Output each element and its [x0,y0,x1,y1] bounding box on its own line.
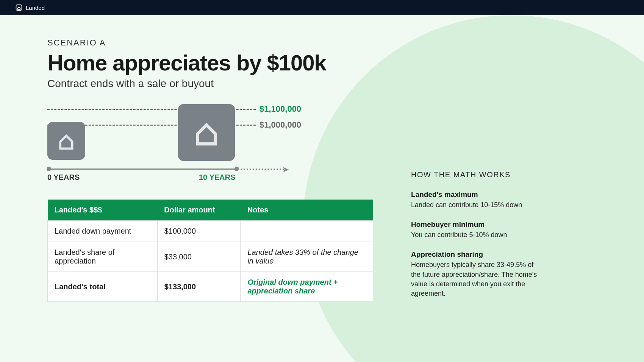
arrow-icon: ➤ [282,165,289,175]
table-header: Landed's $$$ [48,200,158,221]
sidebar-heading: Homebuyer minimum [411,220,540,229]
house-icon [56,131,77,151]
end-value-label: $1,100,000 [259,104,301,114]
appreciation-diagram: $1,100,000 $1,000,000 ➤ 0 YEARS [47,105,381,188]
row-note: Landed takes 33% of the change in value [241,242,373,272]
start-value-label: $1,000,000 [259,120,301,130]
table-header: Dollar amount [157,200,241,221]
table-header-row: Landed's $$$ Dollar amount Notes [48,200,373,221]
total-note: Original down payment + appreciation sha… [241,272,373,302]
timeline-dot-end [234,167,239,171]
row-note [241,221,373,242]
house-logo-icon [15,4,23,11]
sidebar-block: Homebuyer minimum You can contribute 5-1… [411,220,540,240]
timeline: ➤ [47,165,290,176]
row-label: Landed's share of appreciation [48,242,158,272]
house-small-icon [47,122,85,160]
breakdown-table: Landed's $$$ Dollar amount Notes Landed … [47,200,373,302]
house-icon [191,117,222,148]
row-label: Landed down payment [48,221,158,242]
table-row: Landed's share of appreciation $33,000 L… [48,242,373,272]
sidebar-body: You can contribute 5-10% down [411,230,540,240]
timeline-track [47,169,237,170]
row-amount: $33,000 [157,242,241,272]
table-header: Notes [241,200,373,221]
sidebar-heading: Appreciation sharing [411,250,540,259]
table-row: Landed down payment $100,000 [48,221,373,242]
table-total-row: Landed's total $133,000 Original down pa… [48,272,373,302]
timeline-start-label: 0 YEARS [47,173,80,182]
sidebar-body: Landed can contribute 10-15% down [411,200,540,210]
timeline-dot-start [47,167,51,171]
timeline-dotted [241,169,284,170]
scenario-eyebrow: SCENARIO A [47,38,381,48]
page-title: Home appreciates by $100k [47,50,381,75]
sidebar-block: Landed's maximum Landed can contribute 1… [411,190,540,210]
sidebar-block: Appreciation sharing Homebuyers typicall… [411,250,540,298]
sidebar-body: Homebuyers typically share 33-49.5% of t… [411,260,540,298]
main-column: SCENARIO A Home appreciates by $100k Con… [47,38,381,309]
total-label: Landed's total [48,272,158,302]
timeline-end-label: 10 YEARS [199,173,235,182]
total-amount: $133,000 [157,272,241,302]
page-subtitle: Contract ends with a sale or buyout [47,78,381,90]
sidebar: HOW THE MATH WORKS Landed's maximum Land… [411,38,540,309]
brand-name: Landed [26,5,45,11]
sidebar-heading: Landed's maximum [411,190,540,199]
top-bar: Landed [0,0,644,15]
house-large-icon [178,104,235,161]
sidebar-title: HOW THE MATH WORKS [411,170,540,179]
content: SCENARIO A Home appreciates by $100k Con… [0,15,644,309]
brand-logo: Landed [15,4,45,11]
row-amount: $100,000 [157,221,241,242]
